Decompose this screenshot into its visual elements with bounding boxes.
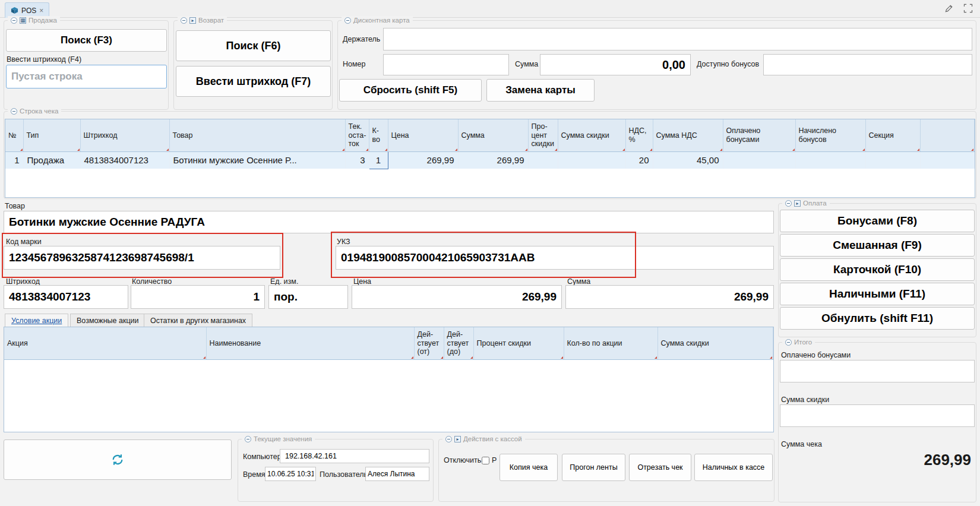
card-replace-button[interactable]: Замена карты — [486, 79, 595, 102]
pay-reset-button[interactable]: Обнулить (shift F11) — [780, 307, 975, 330]
col-header-valid-to[interactable]: Дей- ствует (до) — [444, 327, 473, 359]
product-name-field[interactable] — [4, 211, 774, 233]
col-header-promo-discount-percent[interactable]: Процент скидки — [473, 327, 564, 359]
collapse-icon[interactable] — [11, 17, 17, 24]
paid-bonuses-field[interactable] — [780, 360, 975, 382]
price-field[interactable] — [352, 285, 562, 309]
cell-discount-sum[interactable] — [558, 151, 625, 169]
mark-code-label: Код марки — [6, 238, 42, 246]
promo-grid: Акция Наименование Дей- ствует (от) Дей-… — [4, 327, 774, 432]
col-header-discount-percent[interactable]: Про- цент скидки — [528, 119, 558, 151]
paper-feed-button[interactable]: Прогон ленты — [562, 454, 625, 481]
receipt-line-title-row: Строка чека — [8, 107, 61, 115]
grid-icon — [20, 17, 26, 24]
col-header-promo-discount-sum[interactable]: Сумма скидки — [657, 327, 773, 359]
payment-panel: Оплата Бонусами (F8) Смешанная (F9) Карт… — [778, 203, 976, 337]
return-barcode-button[interactable]: Ввести штрихкод (F7) — [176, 66, 331, 97]
cash-actions-panel: Действия с кассой Отключить Р Копия чека… — [438, 439, 774, 502]
col-header-type[interactable]: Тип — [23, 119, 80, 151]
cut-receipt-button[interactable]: Отрезать чек — [629, 454, 691, 481]
cell-vat-percent[interactable]: 20 — [625, 151, 653, 169]
time-field[interactable] — [265, 467, 316, 481]
col-header-barcode[interactable]: Штрихкод — [80, 119, 169, 151]
collapse-icon[interactable] — [445, 436, 452, 442]
col-header-vat-sum[interactable]: Сумма НДС — [653, 119, 723, 151]
col-header-price[interactable]: Цена — [388, 119, 458, 151]
tab-possible-promos[interactable]: Возможные акции — [70, 314, 146, 327]
user-field[interactable] — [365, 467, 429, 481]
ukz-field[interactable] — [336, 246, 774, 270]
pay-mixed-button[interactable]: Смешанная (F9) — [780, 234, 975, 257]
collapse-icon[interactable] — [181, 17, 187, 24]
edit-icon[interactable] — [944, 4, 954, 13]
tab-promo-conditions[interactable]: Условие акции — [5, 314, 68, 327]
cell-qty[interactable]: 1 — [369, 151, 388, 169]
cell-type[interactable]: Продажа — [23, 151, 80, 169]
cell-sum[interactable]: 269,99 — [458, 151, 528, 169]
receipt-copy-button[interactable]: Копия чека — [500, 454, 558, 481]
card-number-input[interactable] — [383, 54, 509, 75]
cash-actions-title: Действия с кассой — [463, 435, 522, 443]
discount-card-title-row: Дисконтная карта — [342, 16, 413, 24]
col-header-section[interactable]: Секция — [865, 119, 920, 151]
cash-in-drawer-button[interactable]: Наличных в кассе — [694, 454, 773, 481]
card-reset-button[interactable]: Сбросить (shift F5) — [339, 79, 482, 102]
refresh-button[interactable] — [4, 439, 232, 480]
col-header-promo-name[interactable]: Наименование — [206, 327, 414, 359]
pay-bonuses-button[interactable]: Бонусами (F8) — [780, 210, 975, 232]
receipt-row[interactable]: 1 Продажа 4813834007123 Ботинки мужские … — [5, 151, 975, 169]
cell-accrued-bonuses[interactable] — [795, 151, 865, 169]
collapse-icon[interactable] — [245, 436, 251, 442]
collapse-icon[interactable] — [785, 339, 792, 346]
tab-close-icon[interactable]: × — [39, 7, 43, 14]
cell-paid-bonuses[interactable] — [723, 151, 795, 169]
cell-section[interactable] — [865, 151, 920, 169]
mark-code-field[interactable] — [4, 246, 280, 270]
available-bonuses-input[interactable] — [763, 54, 972, 75]
product-barcode-field[interactable] — [4, 285, 128, 309]
col-header-qty[interactable]: К-во — [369, 119, 388, 151]
product-sum-field[interactable] — [565, 285, 774, 309]
cell-vat-sum[interactable]: 45,00 — [653, 151, 723, 169]
grid-empty-area — [5, 169, 975, 196]
sale-barcode-input[interactable] — [6, 65, 167, 88]
holder-input[interactable] — [383, 28, 972, 50]
col-header-promo[interactable]: Акция — [4, 327, 206, 359]
card-sum-input[interactable] — [540, 54, 691, 75]
cell-price[interactable]: 269,99 — [388, 151, 458, 169]
cell-product[interactable]: Ботинки мужские Осенние Р... — [169, 151, 345, 169]
cell-stock[interactable]: 3 — [345, 151, 369, 169]
unit-field[interactable] — [268, 285, 348, 309]
computer-field[interactable] — [280, 449, 429, 463]
return-search-button[interactable]: Поиск (F6) — [176, 30, 331, 61]
collapse-icon[interactable] — [344, 17, 351, 24]
col-header-paid-bonuses[interactable]: Оплачено бонусами — [723, 119, 795, 151]
cell-discount-percent[interactable] — [528, 151, 558, 169]
pay-cash-button[interactable]: Наличными (F11) — [780, 283, 975, 305]
disable-checkbox[interactable] — [482, 457, 489, 464]
discount-sum-field[interactable] — [780, 404, 975, 427]
totals-title: Итого — [794, 338, 812, 346]
payment-panel-title-row: Оплата — [782, 199, 830, 207]
return-panel-title: Возврат — [178, 16, 227, 24]
cell-num[interactable]: 1 — [5, 151, 23, 169]
maximize-icon[interactable] — [963, 4, 973, 13]
user-label: Пользователь — [320, 470, 368, 479]
col-header-num[interactable]: № — [5, 119, 23, 151]
collapse-icon[interactable] — [11, 108, 17, 115]
collapse-icon[interactable] — [785, 200, 792, 207]
unit-label: Ед. изм. — [270, 277, 298, 286]
sale-search-button[interactable]: Поиск (F3) — [6, 29, 167, 52]
col-header-discount-sum[interactable]: Сумма скидки — [558, 119, 625, 151]
col-header-stock[interactable]: Тек. оста- ток — [345, 119, 369, 151]
col-header-accrued-bonuses[interactable]: Начислено бонусов — [795, 119, 865, 151]
col-header-promo-qty[interactable]: Кол-во по акции — [564, 327, 657, 359]
col-header-product[interactable]: Товар — [169, 119, 345, 151]
pay-card-button[interactable]: Карточкой (F10) — [780, 258, 975, 281]
col-header-vat-percent[interactable]: НДС, % — [625, 119, 653, 151]
tab-other-stores-stock[interactable]: Остатки в других магазинах — [144, 314, 252, 327]
col-header-valid-from[interactable]: Дей- ствует (от) — [414, 327, 444, 359]
quantity-field[interactable] — [131, 285, 265, 309]
col-header-sum[interactable]: Сумма — [458, 119, 528, 151]
cell-barcode[interactable]: 4813834007123 — [80, 151, 169, 169]
